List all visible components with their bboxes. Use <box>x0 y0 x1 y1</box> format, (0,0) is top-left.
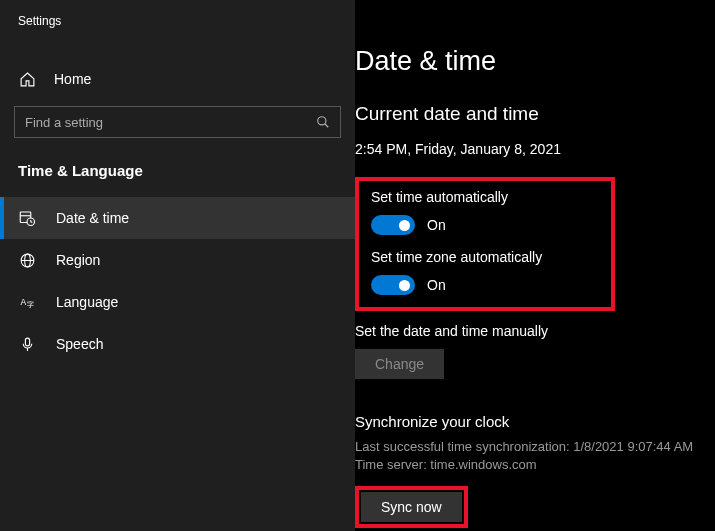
home-label: Home <box>54 71 91 87</box>
auto-time-toggle[interactable] <box>371 215 415 235</box>
window-title: Settings <box>0 0 355 38</box>
svg-rect-12 <box>25 338 29 346</box>
section-current-time: Current date and time <box>355 103 715 125</box>
datetime-display: 2:54 PM, Friday, January 8, 2021 <box>355 141 715 157</box>
page-title: Date & time <box>355 46 715 77</box>
calendar-clock-icon <box>18 209 36 227</box>
globe-icon <box>18 251 36 269</box>
category-title: Time & Language <box>0 138 355 197</box>
content-pane: Date & time Current date and time 2:54 P… <box>355 0 715 531</box>
auto-zone-state: On <box>427 277 446 293</box>
auto-time-section: Set time automatically On <box>371 189 599 235</box>
sync-server: Time server: time.windows.com <box>355 456 715 474</box>
microphone-icon <box>18 335 36 353</box>
highlight-sync-button: Sync now <box>355 486 468 528</box>
sidebar: Settings Home Time & Language Date & tim <box>0 0 355 531</box>
svg-line-6 <box>31 222 33 223</box>
svg-line-1 <box>325 124 329 128</box>
nav-language[interactable]: A 字 Language <box>0 281 355 323</box>
search-box[interactable] <box>14 106 341 138</box>
sync-info: Last successful time synchronization: 1/… <box>355 438 715 474</box>
svg-text:A: A <box>20 296 26 306</box>
nav-item-label: Language <box>56 294 118 310</box>
manual-label: Set the date and time manually <box>355 323 715 339</box>
auto-zone-section: Set time zone automatically On <box>371 249 599 295</box>
sync-section: Synchronize your clock Last successful t… <box>355 413 715 528</box>
sync-last: Last successful time synchronization: 1/… <box>355 438 715 456</box>
nav-item-label: Date & time <box>56 210 129 226</box>
home-icon <box>18 70 36 88</box>
search-icon <box>316 115 330 129</box>
auto-zone-toggle[interactable] <box>371 275 415 295</box>
auto-zone-label: Set time zone automatically <box>371 249 599 265</box>
nav-item-label: Speech <box>56 336 103 352</box>
home-nav[interactable]: Home <box>0 60 355 98</box>
change-button: Change <box>355 349 444 379</box>
language-icon: A 字 <box>18 293 36 311</box>
svg-text:字: 字 <box>26 300 33 308</box>
sync-title: Synchronize your clock <box>355 413 715 430</box>
auto-time-state: On <box>427 217 446 233</box>
sync-now-button[interactable]: Sync now <box>361 492 462 522</box>
auto-time-label: Set time automatically <box>371 189 599 205</box>
svg-point-0 <box>318 117 326 125</box>
nav-speech[interactable]: Speech <box>0 323 355 365</box>
nav-item-label: Region <box>56 252 100 268</box>
highlight-auto-settings: Set time automatically On Set time zone … <box>355 177 615 311</box>
nav-region[interactable]: Region <box>0 239 355 281</box>
search-input[interactable] <box>25 115 316 130</box>
nav-date-time[interactable]: Date & time <box>0 197 355 239</box>
